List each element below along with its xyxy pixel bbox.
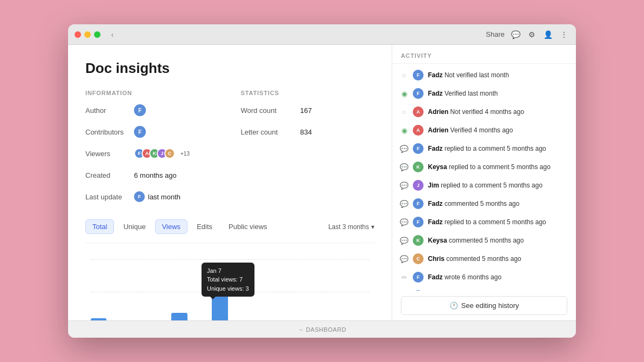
tab-total[interactable]: Total (85, 219, 114, 234)
activity-avatar: K (413, 235, 424, 246)
comment-icon: 💬 (400, 144, 408, 153)
bar-7[interactable] (212, 280, 227, 320)
activity-text: Fadz replied to a comment 5 months ago (428, 218, 568, 226)
chart-area: Jan 7 Total views: 7 Unique views: 3 (85, 243, 374, 320)
share-button[interactable]: Share (486, 30, 505, 38)
activity-item: ◉ F Fadz Verified last month (392, 84, 576, 103)
history-icon: 🕐 (450, 301, 458, 310)
viewers-count: +13 (180, 151, 190, 157)
tab-views[interactable]: Views (155, 219, 187, 234)
chart-dashed-line-2 (91, 292, 369, 292)
circle-icon: ○ (400, 71, 408, 79)
tab-edits[interactable]: Edits (190, 219, 219, 234)
created-label: Created (85, 171, 134, 179)
last-update-row: Last update F last month (85, 189, 219, 204)
date-range-selector[interactable]: Last 3 months ▾ (328, 223, 374, 231)
activity-text: Adrien Not verified 4 months ago (428, 108, 568, 116)
bar-5[interactable] (171, 313, 187, 320)
activity-avatar: F (413, 143, 424, 154)
viewers-row: Viewers F A K J C +13 (85, 146, 219, 161)
activity-text: Fadz Verified last month (428, 90, 568, 97)
activity-text: Chris commented 5 months ago (428, 255, 568, 263)
close-button[interactable] (75, 31, 81, 38)
activity-list: ○ F Fadz Not verified last month ◉ F Fad… (392, 64, 576, 291)
statistics-column: STATISTICS Word count 167 Letter count 8… (241, 90, 375, 211)
information-column: INFORMATION Author F Contributors F (85, 90, 219, 211)
word-count-value: 167 (300, 106, 312, 115)
contributors-label: Contributors (85, 128, 134, 136)
traffic-lights (75, 31, 100, 38)
created-value: 6 months ago (134, 171, 177, 179)
statistics-header: STATISTICS (241, 90, 375, 96)
tab-public-views[interactable]: Public views (222, 219, 274, 234)
circle-icon: ○ (400, 108, 408, 116)
maximize-button[interactable] (94, 31, 100, 38)
left-panel: Doc insights INFORMATION Author F Contri… (68, 45, 392, 320)
activity-item: 💬 K Keysa commented 5 months ago (392, 231, 576, 250)
more-icon[interactable]: ⋮ (559, 29, 569, 40)
tooltip-date: Jan 7 (207, 266, 249, 276)
author-value: F (134, 104, 146, 116)
activity-item: 💬 J Jim replied to a comment 5 months ag… (392, 176, 576, 195)
last-update-avatar: F (134, 191, 145, 202)
right-panel: ACTIVITY ○ F Fadz Not verified last mont… (392, 45, 576, 320)
viewer-avatar-5: C (164, 148, 175, 159)
comment-icon: 💬 (400, 199, 408, 208)
title-bar-actions: Share 💬 ⚙ 👤 ⋮ (486, 29, 569, 40)
chart-dashed-line-1 (91, 259, 369, 260)
activity-avatar: F (413, 198, 424, 209)
bottom-bar-label: → DASHBOARD (298, 326, 346, 333)
viewers-avatars: F A K J C (134, 148, 172, 159)
activity-item: 💬 F Fadz commented 5 months ago (392, 195, 576, 213)
comment-icon: 💬 (400, 236, 408, 245)
activity-item: 💬 F Fadz replied to a comment 5 months a… (392, 139, 576, 158)
activity-item: ○ A Adrien Not verified 4 months ago (392, 103, 576, 121)
info-stats-row: INFORMATION Author F Contributors F (85, 90, 374, 211)
activity-avatar: C (413, 253, 424, 264)
activity-avatar: F (413, 217, 424, 227)
created-row: Created 6 months ago (85, 167, 219, 183)
activity-avatar: F (413, 272, 424, 283)
activity-text: Fadz wrote 6 months ago (428, 273, 568, 281)
viewers-label: Viewers (85, 150, 134, 158)
tab-unique[interactable]: Unique (116, 219, 152, 234)
check-circle-icon: ◉ (400, 89, 408, 98)
activity-avatar: A (413, 106, 424, 117)
activity-item: ○ F Fadz Not verified last month (392, 66, 576, 84)
activity-text: Keysa commented 5 months ago (428, 237, 568, 244)
letter-count-row: Letter count 834 (241, 124, 375, 139)
activity-item: ✏ F Fadz wrote 6 months ago (392, 268, 576, 286)
activity-item: 💬 K Keysa replied to a comment 5 months … (392, 158, 576, 176)
activity-text: Fadz replied to a comment 5 months ago (428, 145, 568, 152)
bar-1[interactable] (91, 318, 106, 320)
author-label: Author (85, 106, 134, 115)
comment-icon: 💬 (400, 254, 408, 263)
activity-item: ✏ F Fadz wrote 6 months ago (392, 286, 576, 291)
comment-icon[interactable]: 💬 (510, 29, 521, 40)
last-update-text: last month (148, 193, 180, 201)
comment-icon: 💬 (400, 163, 408, 171)
activity-avatar: F (413, 70, 424, 81)
activity-avatar: J (413, 180, 424, 191)
settings-icon[interactable]: ⚙ (526, 29, 537, 40)
chevron-down-icon: ▾ (371, 223, 374, 231)
word-count-row: Word count 167 (241, 103, 375, 118)
contributors-row: Contributors F (85, 124, 219, 139)
bottom-bar: → DASHBOARD (68, 320, 576, 338)
author-avatar: F (134, 104, 146, 116)
minimize-button[interactable] (84, 31, 91, 38)
letter-count-label: Letter count (241, 128, 300, 136)
see-history-button[interactable]: 🕐 See editing history (401, 296, 567, 315)
activity-text: Adrien Verified 4 months ago (428, 126, 568, 134)
activity-avatar: K (413, 162, 424, 172)
comment-icon: 💬 (400, 181, 408, 190)
window-body: Doc insights INFORMATION Author F Contri… (68, 45, 576, 320)
check-circle-icon: ◉ (400, 126, 408, 135)
activity-avatar: F (413, 290, 424, 291)
comment-icon: 💬 (400, 218, 408, 226)
title-bar: ‹ Share 💬 ⚙ 👤 ⋮ (68, 24, 576, 45)
user-icon[interactable]: 👤 (542, 29, 553, 40)
activity-item: ◉ A Adrien Verified 4 months ago (392, 121, 576, 139)
back-button[interactable]: ‹ (107, 29, 118, 40)
activity-avatar: F (413, 88, 424, 99)
